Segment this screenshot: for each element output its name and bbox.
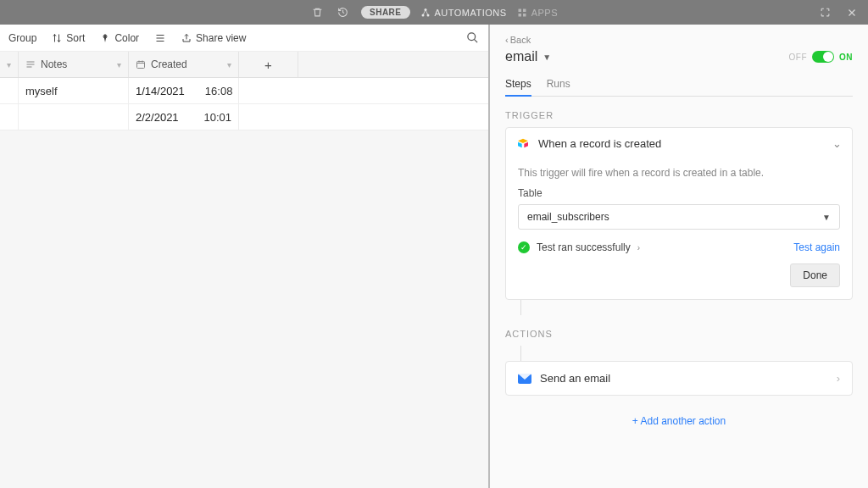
trigger-title: When a record is created [538,137,661,150]
column-header-created[interactable]: Created ▾ [129,52,239,77]
on-label: ON [839,53,853,62]
created-header-label: Created [151,58,187,70]
table-row[interactable]: myself 1/14/2021 16:08 [0,78,488,104]
automation-name[interactable]: email ▼ [505,49,551,64]
group-button[interactable]: Group [8,32,36,44]
check-icon: ✓ [518,241,530,253]
svg-rect-6 [523,14,526,17]
add-column-button[interactable]: + [239,52,298,77]
svg-rect-9 [137,62,145,69]
tab-runs[interactable]: Runs [547,73,570,96]
svg-rect-4 [523,8,526,12]
color-label: Color [114,32,139,44]
test-status[interactable]: Test ran successfully [537,241,631,253]
apps-tab[interactable]: APPS [517,8,558,18]
airtable-icon [516,136,530,150]
enable-toggle[interactable] [812,51,834,63]
history-icon[interactable] [336,5,351,20]
share-view-label: Share view [196,32,246,44]
automation-name-text: email [505,49,537,64]
svg-rect-3 [518,8,521,12]
column-header-notes[interactable]: Notes ▾ [19,52,129,77]
trigger-card: When a record is created ⌄ This trigger … [505,127,853,300]
trigger-hint: This trigger will fire when a record is … [518,167,840,179]
search-icon[interactable] [466,31,480,45]
action-title: Send an email [540,372,610,385]
cell-time: 16:08 [205,85,233,97]
trigger-header[interactable]: When a record is created ⌄ [506,128,852,158]
test-again-button[interactable]: Test again [793,241,840,253]
table-field-label: Table [518,187,840,199]
svg-point-8 [468,32,476,40]
tab-steps[interactable]: Steps [505,73,531,97]
rowheight-button[interactable] [154,33,166,43]
svg-rect-5 [518,14,521,17]
add-action-button[interactable]: + Add another action [632,415,726,427]
back-button[interactable]: ‹ Back [505,35,531,45]
automations-tab[interactable]: AUTOMATIONS [420,8,507,18]
table-select[interactable]: email_subscribers ▼ [518,204,840,230]
table-row[interactable]: 2/2/2021 10:01 [0,104,488,130]
sort-button[interactable]: Sort [52,32,85,44]
chevron-down-icon: ▼ [822,213,831,222]
cell-date: 2/2/2021 [136,111,183,124]
share-view-button[interactable]: Share view [181,32,246,44]
connector-line [520,346,521,361]
automation-panel: ‹ Back email ▼ OFF ON Steps Runs TRIGGER… [490,25,868,488]
grid-pane: Group Sort Color Share view [0,25,490,488]
automations-label: AUTOMATIONS [435,8,507,18]
trigger-section-label: TRIGGER [505,110,853,120]
action-card[interactable]: Send an email › [505,361,853,396]
cell-created[interactable]: 2/2/2021 10:01 [129,104,239,130]
back-label: Back [510,35,531,45]
chevron-down-icon: ⌄ [832,137,842,150]
cell-time: 10:01 [203,111,231,124]
trash-icon[interactable] [310,5,326,20]
cell-notes[interactable]: myself [19,78,129,103]
actions-section-label: ACTIONS [505,329,853,339]
sort-label: Sort [66,32,85,44]
color-button[interactable]: Color [100,32,139,44]
svg-point-1 [421,14,424,16]
off-label: OFF [789,53,808,62]
close-icon[interactable] [844,5,860,20]
cell-created[interactable]: 1/14/2021 16:08 [129,78,239,103]
chevron-right-icon: › [837,372,840,385]
column-header-blank[interactable]: ▾ [0,52,19,77]
connector-line [520,300,521,315]
svg-point-0 [424,8,426,11]
mail-icon [518,374,531,384]
table-select-value: email_subscribers [527,211,609,223]
svg-point-2 [426,14,429,16]
chevron-down-icon: ▼ [542,53,551,62]
chevron-right-icon: › [637,243,640,252]
expand-icon[interactable] [817,5,832,20]
done-button[interactable]: Done [790,263,840,287]
share-button[interactable]: SHARE [361,6,410,19]
cell-notes[interactable] [19,104,129,130]
notes-header-label: Notes [41,58,67,70]
chevron-left-icon: ‹ [505,35,509,45]
cell-date: 1/14/2021 [136,85,185,97]
apps-label: APPS [531,8,558,18]
